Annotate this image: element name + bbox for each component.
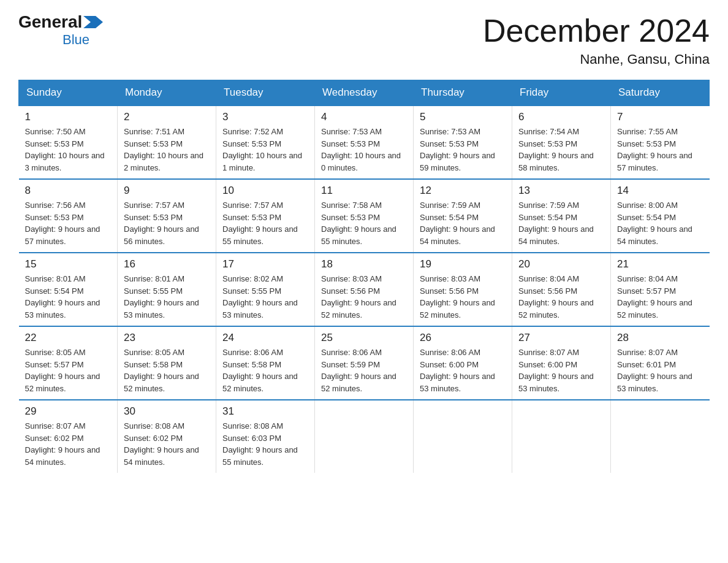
- day-info: Sunrise: 8:07 AMSunset: 6:01 PMDaylight:…: [617, 347, 703, 394]
- calendar-cell: 31 Sunrise: 8:08 AMSunset: 6:03 PMDaylig…: [216, 400, 315, 473]
- calendar-cell: 17 Sunrise: 8:02 AMSunset: 5:55 PMDaylig…: [216, 253, 315, 326]
- day-info: Sunrise: 7:57 AMSunset: 5:53 PMDaylight:…: [124, 199, 210, 247]
- month-year-title: December 2024: [483, 12, 710, 49]
- header-sunday: Sunday: [19, 80, 118, 106]
- day-info: Sunrise: 8:05 AMSunset: 5:58 PMDaylight:…: [124, 347, 210, 394]
- day-info: Sunrise: 7:51 AMSunset: 5:53 PMDaylight:…: [124, 126, 210, 174]
- calendar-cell: 29 Sunrise: 8:07 AMSunset: 6:02 PMDaylig…: [19, 400, 118, 473]
- calendar-cell: 9 Sunrise: 7:57 AMSunset: 5:53 PMDayligh…: [118, 179, 216, 253]
- calendar-cell: 1 Sunrise: 7:50 AMSunset: 5:53 PMDayligh…: [19, 105, 118, 179]
- header-thursday: Thursday: [414, 80, 512, 106]
- day-number: 20: [518, 258, 604, 270]
- calendar-cell: [512, 400, 611, 473]
- header-friday: Friday: [512, 80, 611, 106]
- day-info: Sunrise: 7:55 AMSunset: 5:53 PMDaylight:…: [617, 126, 703, 174]
- header-wednesday: Wednesday: [315, 80, 414, 106]
- day-number: 21: [617, 258, 703, 270]
- calendar-cell: 5 Sunrise: 7:53 AMSunset: 5:53 PMDayligh…: [414, 105, 512, 179]
- calendar-cell: 8 Sunrise: 7:56 AMSunset: 5:53 PMDayligh…: [19, 179, 118, 253]
- day-number: 14: [617, 185, 703, 197]
- calendar-cell: 14 Sunrise: 8:00 AMSunset: 5:54 PMDaylig…: [611, 179, 710, 253]
- day-info: Sunrise: 7:54 AMSunset: 5:53 PMDaylight:…: [518, 126, 604, 174]
- day-number: 28: [617, 332, 703, 344]
- day-number: 25: [321, 332, 407, 344]
- calendar-cell: 20 Sunrise: 8:04 AMSunset: 5:56 PMDaylig…: [512, 253, 611, 326]
- day-info: Sunrise: 7:53 AMSunset: 5:53 PMDaylight:…: [321, 126, 407, 174]
- day-number: 5: [420, 111, 506, 123]
- day-info: Sunrise: 8:00 AMSunset: 5:54 PMDaylight:…: [617, 199, 703, 247]
- day-info: Sunrise: 8:01 AMSunset: 5:55 PMDaylight:…: [124, 273, 210, 321]
- day-info: Sunrise: 8:07 AMSunset: 6:02 PMDaylight:…: [25, 420, 112, 468]
- calendar-cell: 26 Sunrise: 8:06 AMSunset: 6:00 PMDaylig…: [414, 326, 512, 400]
- day-number: 16: [124, 258, 210, 270]
- calendar-cell: [315, 400, 414, 473]
- calendar-cell: 30 Sunrise: 8:08 AMSunset: 6:02 PMDaylig…: [118, 400, 216, 473]
- day-number: 8: [25, 185, 112, 197]
- day-number: 6: [518, 111, 604, 123]
- day-info: Sunrise: 8:02 AMSunset: 5:55 PMDaylight:…: [222, 273, 308, 321]
- day-number: 18: [321, 258, 407, 270]
- day-number: 23: [124, 332, 210, 344]
- day-number: 19: [420, 258, 506, 270]
- page-header: General Blue December 2024 Nanhe, Gansu,…: [18, 12, 710, 67]
- day-number: 1: [25, 111, 112, 123]
- day-number: 3: [222, 111, 308, 123]
- day-info: Sunrise: 7:56 AMSunset: 5:53 PMDaylight:…: [25, 199, 112, 247]
- week-row-2: 8 Sunrise: 7:56 AMSunset: 5:53 PMDayligh…: [19, 179, 710, 253]
- day-info: Sunrise: 8:04 AMSunset: 5:57 PMDaylight:…: [617, 273, 703, 321]
- calendar-cell: 25 Sunrise: 8:06 AMSunset: 5:59 PMDaylig…: [315, 326, 414, 400]
- location-subtitle: Nanhe, Gansu, China: [483, 52, 710, 67]
- week-row-5: 29 Sunrise: 8:07 AMSunset: 6:02 PMDaylig…: [19, 400, 710, 473]
- day-info: Sunrise: 7:50 AMSunset: 5:53 PMDaylight:…: [25, 126, 112, 174]
- day-info: Sunrise: 7:52 AMSunset: 5:53 PMDaylight:…: [222, 126, 308, 174]
- calendar-cell: 18 Sunrise: 8:03 AMSunset: 5:56 PMDaylig…: [315, 253, 414, 326]
- calendar-cell: 11 Sunrise: 7:58 AMSunset: 5:53 PMDaylig…: [315, 179, 414, 253]
- logo-general-text: General: [18, 12, 82, 32]
- day-info: Sunrise: 8:03 AMSunset: 5:56 PMDaylight:…: [420, 273, 506, 321]
- day-number: 30: [124, 405, 210, 418]
- day-info: Sunrise: 7:57 AMSunset: 5:53 PMDaylight:…: [222, 199, 308, 247]
- day-info: Sunrise: 7:58 AMSunset: 5:53 PMDaylight:…: [321, 199, 407, 247]
- calendar-cell: 2 Sunrise: 7:51 AMSunset: 5:53 PMDayligh…: [118, 105, 216, 179]
- calendar-cell: 13 Sunrise: 7:59 AMSunset: 5:54 PMDaylig…: [512, 179, 611, 253]
- day-number: 15: [25, 258, 112, 270]
- calendar-cell: 10 Sunrise: 7:57 AMSunset: 5:53 PMDaylig…: [216, 179, 315, 253]
- calendar-cell: 7 Sunrise: 7:55 AMSunset: 5:53 PMDayligh…: [611, 105, 710, 179]
- day-number: 24: [222, 332, 308, 344]
- calendar-cell: 16 Sunrise: 8:01 AMSunset: 5:55 PMDaylig…: [118, 253, 216, 326]
- calendar-cell: 6 Sunrise: 7:54 AMSunset: 5:53 PMDayligh…: [512, 105, 611, 179]
- day-number: 27: [518, 332, 604, 344]
- header-tuesday: Tuesday: [216, 80, 315, 106]
- calendar-cell: 12 Sunrise: 7:59 AMSunset: 5:54 PMDaylig…: [414, 179, 512, 253]
- day-number: 9: [124, 185, 210, 197]
- calendar-cell: 19 Sunrise: 8:03 AMSunset: 5:56 PMDaylig…: [414, 253, 512, 326]
- day-number: 22: [25, 332, 112, 344]
- calendar-cell: 15 Sunrise: 8:01 AMSunset: 5:54 PMDaylig…: [19, 253, 118, 326]
- day-info: Sunrise: 7:59 AMSunset: 5:54 PMDaylight:…: [420, 199, 506, 247]
- day-info: Sunrise: 8:06 AMSunset: 6:00 PMDaylight:…: [420, 347, 506, 394]
- logo: General Blue: [18, 12, 104, 48]
- calendar-cell: [414, 400, 512, 473]
- calendar-cell: 24 Sunrise: 8:06 AMSunset: 5:58 PMDaylig…: [216, 326, 315, 400]
- day-number: 2: [124, 111, 210, 123]
- day-number: 7: [617, 111, 703, 123]
- week-row-4: 22 Sunrise: 8:05 AMSunset: 5:57 PMDaylig…: [19, 326, 710, 400]
- day-number: 26: [420, 332, 506, 344]
- day-info: Sunrise: 8:08 AMSunset: 6:02 PMDaylight:…: [124, 420, 210, 468]
- day-info: Sunrise: 8:08 AMSunset: 6:03 PMDaylight:…: [222, 420, 308, 468]
- day-info: Sunrise: 8:04 AMSunset: 5:56 PMDaylight:…: [518, 273, 604, 321]
- day-info: Sunrise: 8:06 AMSunset: 5:58 PMDaylight:…: [222, 347, 308, 394]
- day-info: Sunrise: 8:07 AMSunset: 6:00 PMDaylight:…: [518, 347, 604, 394]
- day-number: 29: [25, 405, 112, 418]
- logo-arrow-icon: [82, 13, 104, 31]
- day-number: 12: [420, 185, 506, 197]
- header-monday: Monday: [118, 80, 216, 106]
- calendar-cell: 23 Sunrise: 8:05 AMSunset: 5:58 PMDaylig…: [118, 326, 216, 400]
- calendar-table: SundayMondayTuesdayWednesdayThursdayFrid…: [18, 80, 710, 473]
- day-info: Sunrise: 8:01 AMSunset: 5:54 PMDaylight:…: [25, 273, 112, 321]
- calendar-cell: 4 Sunrise: 7:53 AMSunset: 5:53 PMDayligh…: [315, 105, 414, 179]
- calendar-cell: 28 Sunrise: 8:07 AMSunset: 6:01 PMDaylig…: [611, 326, 710, 400]
- calendar-cell: [611, 400, 710, 473]
- day-number: 13: [518, 185, 604, 197]
- day-info: Sunrise: 8:06 AMSunset: 5:59 PMDaylight:…: [321, 347, 407, 394]
